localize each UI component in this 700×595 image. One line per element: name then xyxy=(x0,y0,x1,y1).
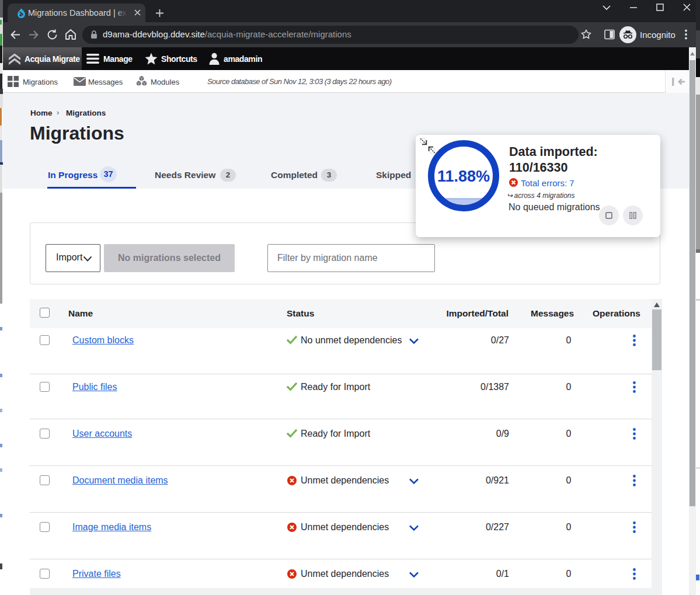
svg-text:11.88%: 11.88% xyxy=(437,168,490,185)
